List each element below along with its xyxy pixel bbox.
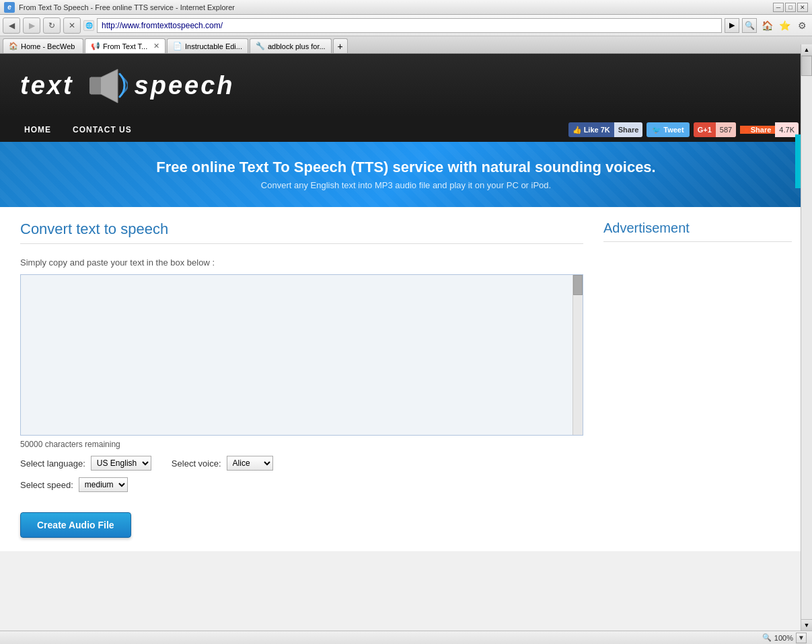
advertisement-section: Advertisement (603, 220, 792, 538)
gplus-count: 587 (716, 122, 736, 137)
website-content: text speech HOME CONTACT US (0, 54, 812, 551)
tab-home[interactable]: 🏠 Home - BecWeb (3, 38, 83, 53)
language-control: Select language: US English UK English F… (20, 456, 151, 471)
speed-controls-row: Select speed: slow medium fast (20, 477, 583, 492)
megaphone-icon (81, 64, 128, 108)
language-label: Select language: (20, 458, 85, 469)
tab-adblock-favicon: 🔧 (256, 42, 265, 51)
stop-button[interactable]: ✕ (63, 17, 81, 34)
ad-title: Advertisement (603, 220, 792, 236)
window-controls[interactable]: ─ □ ✕ (773, 3, 808, 12)
browser-title: From Text To Speech - Free online TTS se… (19, 3, 773, 11)
nav-links: HOME CONTACT US (13, 118, 143, 142)
voice-label: Select voice: (172, 458, 221, 469)
google-plus-button[interactable]: G+1 587 (694, 122, 736, 137)
tab-home-favicon: 🏠 (9, 42, 18, 51)
share-button[interactable]: ■ Share 4.7K (740, 122, 799, 137)
browser-toolbar: ◀ ▶ ↻ ✕ 🌐 ▶ 🔍 🏠 ⭐ ⚙ (0, 15, 812, 36)
scroll-up-button[interactable]: ▲ (801, 44, 812, 56)
close-button[interactable]: ✕ (797, 3, 808, 12)
char-remaining: 50000 characters remaining (20, 440, 583, 449)
main-content: Convert text to speech Simply copy and p… (0, 207, 812, 551)
hero-banner: Free online Text To Speech (TTS) service… (0, 142, 812, 207)
refresh-button[interactable]: ↻ (43, 17, 61, 34)
address-input[interactable] (97, 18, 722, 33)
forward-button[interactable]: ▶ (23, 17, 40, 34)
site-logo: text speech (20, 64, 235, 108)
speed-label: Select speed: (20, 480, 73, 490)
tools-button[interactable]: ⚙ (795, 18, 809, 33)
logo-speech: speech (135, 71, 235, 100)
ad-divider (603, 241, 792, 242)
address-bar-container: 🌐 ▶ 🔍 (83, 18, 757, 33)
hero-subtitle: Convert any English text into MP3 audio … (20, 180, 792, 190)
textarea-scrollbar[interactable] (573, 275, 583, 435)
tab-instructable-title: Instructable Edi... (185, 42, 242, 50)
share-label: ■ Share (740, 126, 775, 134)
voice-select[interactable]: Alice Bob Charlie (227, 456, 273, 471)
section-divider (20, 243, 583, 244)
svg-rect-1 (89, 77, 101, 94)
facebook-like-button[interactable]: 👍 Like 7K Share (568, 122, 643, 137)
scrollbar-thumb (573, 275, 583, 295)
go-button[interactable]: ▶ (725, 18, 739, 33)
tab-adblock[interactable]: 🔧 adblock plus for... (250, 38, 332, 53)
tab-instructable-favicon: 📄 (173, 42, 182, 51)
speed-select[interactable]: slow medium fast (79, 477, 128, 492)
new-tab-button[interactable]: + (333, 38, 348, 53)
text-input[interactable] (21, 275, 573, 435)
twitter-tweet-button[interactable]: 🐦 Tweet (647, 122, 689, 137)
speed-control: Select speed: slow medium fast (20, 477, 128, 492)
home-button[interactable]: 🏠 (760, 18, 774, 33)
facebook-like-label: 👍 Like 7K (568, 126, 614, 134)
nav-contact[interactable]: CONTACT US (62, 118, 143, 142)
cyan-accent-bar (795, 134, 801, 188)
controls-row: Select language: US English UK English F… (20, 456, 583, 471)
create-audio-button[interactable]: Create Audio File (20, 512, 131, 538)
section-title: Convert text to speech (20, 220, 583, 238)
browser-title-bar: From Text To Speech - Free online TTS se… (0, 0, 812, 15)
voice-control: Select voice: Alice Bob Charlie (172, 456, 273, 471)
text-input-wrapper (20, 274, 583, 436)
tab-tts[interactable]: 📢 From Text T... ✕ (85, 38, 165, 53)
language-select[interactable]: US English UK English French German Span… (91, 456, 151, 471)
minimize-button[interactable]: ─ (773, 3, 784, 12)
site-header: text speech (0, 54, 812, 118)
hero-title: Free online Text To Speech (TTS) service… (20, 159, 792, 176)
maximize-button[interactable]: □ (785, 3, 796, 12)
scroll-thumb[interactable] (801, 56, 812, 76)
convert-section: Convert text to speech Simply copy and p… (20, 220, 583, 538)
tab-instructable[interactable]: 📄 Instructable Edi... (167, 38, 248, 53)
search-icon[interactable]: 🔍 (742, 18, 757, 33)
favorites-button[interactable]: ⭐ (777, 18, 792, 33)
nav-home[interactable]: HOME (13, 118, 62, 142)
browser-favicon (4, 2, 15, 13)
facebook-share-label: Share (614, 122, 643, 137)
tab-tts-close[interactable]: ✕ (153, 42, 159, 50)
page-scrollbar[interactable]: ▲ ▼ (801, 44, 812, 551)
gplus-label: G+1 (694, 126, 716, 134)
social-buttons: 👍 Like 7K Share 🐦 Tweet G+1 587 (568, 122, 799, 137)
back-button[interactable]: ◀ (3, 17, 20, 34)
tab-tts-title: From Text T... (103, 42, 148, 50)
logo-text: text (20, 71, 74, 100)
site-navigation: HOME CONTACT US 👍 Like 7K Share 🐦 Tweet (0, 118, 812, 142)
instruction-text: Simply copy and paste your text in the b… (20, 257, 583, 268)
tab-adblock-title: adblock plus for... (268, 42, 326, 50)
address-favicon: 🌐 (83, 20, 94, 31)
tabs-row: 🏠 Home - BecWeb 📢 From Text T... ✕ 📄 Ins… (0, 36, 812, 54)
tab-home-title: Home - BecWeb (21, 42, 77, 50)
tab-tts-favicon: 📢 (91, 42, 100, 51)
